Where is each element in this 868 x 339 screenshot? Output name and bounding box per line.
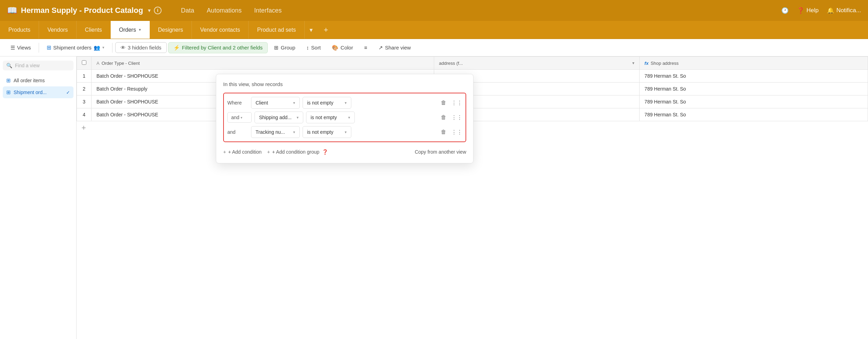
filter-field-3-chevron-icon: ▾ xyxy=(293,130,295,134)
group-label: Group xyxy=(281,45,295,51)
nav-automations[interactable]: Automations xyxy=(201,5,247,16)
hidden-fields-label: 3 hidden fields xyxy=(128,45,162,51)
help-button[interactable]: ❓ Help xyxy=(797,7,819,14)
th-address: address (f... ▾ xyxy=(434,57,639,70)
filter-field-3[interactable]: Tracking nu... ▾ xyxy=(251,126,300,138)
th-order-type-label: Order Type - Client xyxy=(102,61,140,66)
tab-designers[interactable]: Designers xyxy=(150,21,192,39)
row-num-4: 4 xyxy=(77,108,92,121)
add-tab-button[interactable]: + xyxy=(318,25,335,34)
views-button[interactable]: ☰ Views xyxy=(6,43,36,53)
search-icon: 🔍 xyxy=(6,63,12,68)
filter-popup-title: In this view, show records xyxy=(223,81,466,87)
filter-field-2-chevron-icon: ▾ xyxy=(297,115,299,120)
tab-product-ad-sets[interactable]: Product ad sets xyxy=(249,21,304,39)
row-num-3: 3 xyxy=(77,95,92,108)
filter-row-1-drag-handle[interactable]: ⋮⋮ xyxy=(452,98,462,108)
tab-clients-label: Clients xyxy=(85,27,102,33)
share-view-button[interactable]: ↗ Share view xyxy=(374,43,416,53)
tab-orders[interactable]: Orders ▾ xyxy=(111,21,150,39)
filter-label: Filtered by Client and 2 other fields xyxy=(182,45,263,51)
hidden-fields-button[interactable]: 👁 3 hidden fields xyxy=(115,42,167,53)
filter-conditions: Where Client ▾ is not empty ▾ 🗑 xyxy=(223,93,466,142)
active-check-icon: ✓ xyxy=(66,90,70,95)
filter-and-select-2[interactable]: and ▾ xyxy=(227,112,252,123)
copy-from-button[interactable]: Copy from another view xyxy=(415,149,466,155)
tab-clients[interactable]: Clients xyxy=(77,21,111,39)
add-condition-label: + Add condition xyxy=(228,149,261,155)
drag-icon-3: ⋮⋮ xyxy=(451,129,462,136)
add-condition-group-button[interactable]: + + Add condition group ❓ xyxy=(267,148,328,156)
filter-row-2: and ▾ Shipping add... ▾ is not empty ▾ 🗑 xyxy=(227,111,462,123)
tab-vendor-contacts[interactable]: Vendor contacts xyxy=(192,21,249,39)
shipment-chevron-icon[interactable]: ▾ xyxy=(102,45,104,50)
drag-icon-2: ⋮⋮ xyxy=(451,114,462,121)
tab-orders-chevron-icon[interactable]: ▾ xyxy=(139,28,141,32)
history-icon: 🕐 xyxy=(781,7,789,14)
filter-condition-3-label: is not empty xyxy=(307,129,333,135)
tab-products[interactable]: Products xyxy=(0,21,39,39)
row-height-icon: ≡ xyxy=(364,45,367,51)
nav-data[interactable]: Data xyxy=(175,5,200,16)
group-button[interactable]: ⊞ Group xyxy=(269,43,300,53)
nav-interfaces[interactable]: Interfaces xyxy=(249,5,287,16)
row-height-button[interactable]: ≡ xyxy=(359,43,372,53)
app-logo[interactable]: 📖 Herman Supply - Product Catalog ▾ i xyxy=(7,6,162,15)
more-tabs-button[interactable]: ▾ xyxy=(305,26,318,34)
sort-icon: ↕ xyxy=(306,45,309,51)
th-order-type: A Order Type - Client xyxy=(92,57,434,70)
add-condition-button[interactable]: + + Add condition xyxy=(223,148,261,156)
filter-condition-2-label: is not empty xyxy=(311,115,337,120)
where-label: Where xyxy=(227,100,248,106)
th-shop-address: fx Shop address xyxy=(640,57,868,70)
select-all-checkbox[interactable] xyxy=(82,60,86,65)
filter-field-2[interactable]: Shipping add... ▾ xyxy=(255,111,303,123)
all-orders-icon: ⊞ xyxy=(6,77,11,84)
filter-row-3-delete-button[interactable]: 🗑 xyxy=(438,127,449,137)
find-view-search[interactable]: 🔍 Find a view xyxy=(3,61,73,70)
tab-vendors[interactable]: Vendors xyxy=(39,21,77,39)
filter-footer: + + Add condition + + Add condition grou… xyxy=(223,148,466,156)
filter-field-1-label: Client xyxy=(256,100,268,106)
history-button[interactable]: 🕐 xyxy=(781,7,789,14)
filter-button[interactable]: ⚡ Filtered by Client and 2 other fields xyxy=(168,42,268,53)
filter-row-3: and Tracking nu... ▾ is not empty ▾ 🗑 xyxy=(227,126,462,138)
toolbar-divider-1 xyxy=(39,43,39,53)
sidebar-item-shipment[interactable]: ⊞ Shipment ord... ✓ xyxy=(3,86,73,98)
and-label-2: and xyxy=(231,115,239,120)
filter-row-1-delete-button[interactable]: 🗑 xyxy=(438,98,449,108)
col-menu-icon[interactable]: ▾ xyxy=(632,61,634,66)
filter-row-2-drag-handle[interactable]: ⋮⋮ xyxy=(452,112,462,123)
shipment-label: Shipment ord... xyxy=(14,90,47,95)
search-placeholder: Find a view xyxy=(15,63,40,68)
filter-row-2-actions: 🗑 ⋮⋮ xyxy=(438,112,462,123)
and-label-3: and xyxy=(227,129,248,135)
sort-label: Sort xyxy=(311,45,321,51)
text-col-icon: A xyxy=(96,61,100,66)
row-num-2: 2 xyxy=(77,83,92,95)
filter-field-1[interactable]: Client ▾ xyxy=(251,97,300,109)
sidebar-item-all-orders[interactable]: ⊞ All order items xyxy=(3,75,73,86)
filter-row-3-drag-handle[interactable]: ⋮⋮ xyxy=(452,127,462,137)
filter-condition-2[interactable]: is not empty ▾ xyxy=(306,111,355,123)
filter-row-2-delete-button[interactable]: 🗑 xyxy=(438,112,449,123)
row-3-shop-address: 789 Herman St. So xyxy=(640,95,868,108)
filter-condition-1[interactable]: is not empty ▾ xyxy=(303,97,351,109)
toolbar-divider-2 xyxy=(112,43,112,53)
color-button[interactable]: 🎨 Color xyxy=(327,43,358,53)
book-icon: 📖 xyxy=(7,6,17,15)
notifications-button[interactable]: 🔔 Notifica... xyxy=(827,7,861,14)
th-checkbox[interactable] xyxy=(77,57,92,70)
filter-condition-1-chevron-icon: ▾ xyxy=(345,101,347,105)
eye-slash-icon: 👁 xyxy=(120,45,126,51)
shipment-view-button[interactable]: ⊞ Shipment orders 👥 ▾ xyxy=(42,42,109,53)
filter-field-2-label: Shipping add... xyxy=(259,115,291,120)
sort-button[interactable]: ↕ Sort xyxy=(302,43,326,53)
main-layout: 🔍 Find a view ⊞ All order items ⊞ Shipme… xyxy=(0,56,868,339)
title-chevron-icon[interactable]: ▾ xyxy=(148,8,150,13)
bell-icon: 🔔 xyxy=(827,7,834,14)
filter-condition-3[interactable]: is not empty ▾ xyxy=(303,126,351,138)
info-icon[interactable]: i xyxy=(154,7,162,14)
help-circle-icon: ❓ xyxy=(322,149,328,155)
filter-condition-2-chevron-icon: ▾ xyxy=(348,115,350,120)
